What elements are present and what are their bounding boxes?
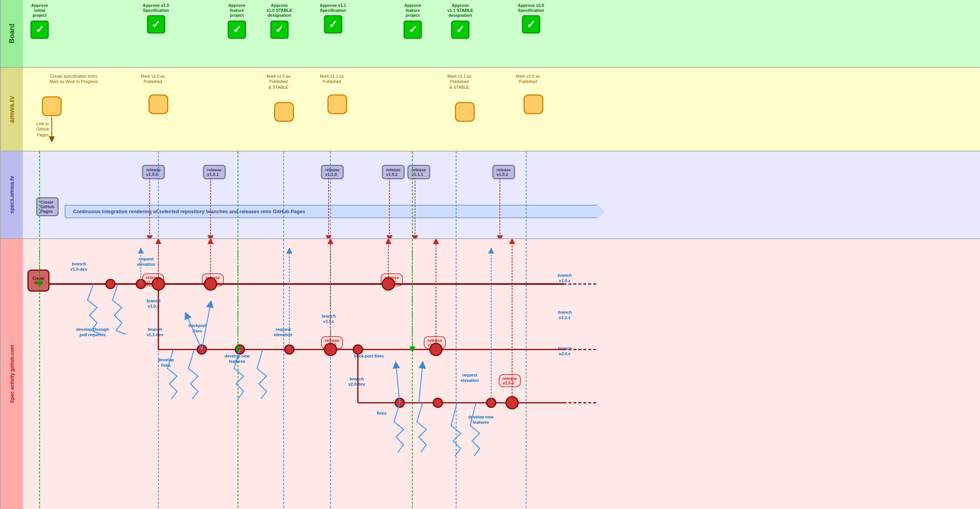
request-elevation-2: requestelevation (274, 327, 292, 338)
ci-banner-text: Continuous Integration rendering of sele… (73, 209, 305, 214)
branch-v20dev: branchv2.0-dev (348, 376, 365, 387)
develop-through-prs: develop throughpull requests (76, 327, 109, 338)
amwa-box-5 (455, 102, 475, 122)
amwa-box-3 (274, 102, 294, 122)
amwa-text-1: Create specification entryMark as Work I… (49, 73, 98, 85)
back-port-fixes: back-port fixes (354, 353, 384, 359)
sidebar-specs: specs.amwa.tv (0, 152, 23, 238)
sidebar-github: Spec activity github.com (0, 239, 23, 509)
svg-point-43 (487, 398, 496, 407)
svg-point-30 (106, 279, 115, 289)
branch-v10dev: branchv1.0-dev (70, 261, 87, 272)
checkbox-6: ✓ (404, 21, 422, 39)
amwa-box-4 (327, 94, 347, 114)
gh-release-200: releasev2.0.0 (499, 374, 521, 387)
amwa-text-link: Link toGitHubPages (36, 121, 49, 137)
sidebar-amwa: amwa.tv (0, 68, 23, 151)
gh-release-111: releasev1.1.1 (424, 336, 446, 349)
develop-new-features-2: develop newfeatures (468, 414, 493, 425)
board-item-1: Approveinitialproject ✓ (30, 3, 49, 39)
specs-release-5: releasev1.1.1 (407, 165, 430, 179)
board-label-6: Approvefeatureproject (404, 3, 421, 18)
board-label-7: Approvev1.1 STABLEdesignation (447, 3, 473, 18)
specs-release-1: releasev1.0.0 (142, 165, 165, 179)
row-board: Board Approveinitialproject ✓ Approve v1… (0, 0, 980, 68)
svg-point-41 (395, 398, 404, 407)
branch-v10x: branchv1.0.x (147, 298, 161, 309)
create-repo-box: Createrepo (27, 270, 49, 292)
amwa-text-6: Mark v2.0 asPublished (516, 73, 540, 85)
svg-point-44 (506, 397, 518, 409)
fixes: fixes (377, 410, 386, 416)
checkbox-2: ✓ (147, 15, 165, 34)
branch-end-v11x: branchv1.1.x (558, 310, 572, 321)
specs-release-4: releasev1.0.2 (382, 165, 405, 179)
amwa-text-2: Mark v1.0 asPublished (141, 73, 165, 85)
gh-release-102: releasev1.0.2 (381, 273, 403, 286)
branch-v11dev: branchv1.1-dev (147, 327, 163, 338)
request-elevation-3: requestelevation (461, 372, 479, 383)
amwa-box-1 (42, 96, 62, 116)
checkbox-7: ✓ (451, 21, 469, 39)
svg-point-42 (433, 398, 442, 407)
board-label-2: Approve v1.0Specification (143, 3, 169, 13)
amwa-text-3: Mark v1.0 asPublished& STABLE (267, 73, 290, 90)
checkbox-5: ✓ (324, 15, 342, 34)
checkbox-3: ✓ (228, 21, 246, 39)
amwa-text-5: Mark v1.1 asPublished& STABLE (447, 73, 471, 90)
checkbox-8: ✓ (522, 15, 540, 34)
checkbox-4: ✓ (270, 21, 289, 39)
branch-end-v10x: branchv1.0.x (558, 273, 572, 284)
svg-line-48 (419, 365, 423, 403)
board-item-6: Approvefeatureproject ✓ (404, 3, 422, 39)
board-label-5: Approve v1.1Specification (320, 3, 346, 13)
gh-release-101: releasev1.0.1 (202, 273, 224, 286)
backport-fixes: backportfixes (188, 323, 206, 334)
specs-release-2: releasev1.0.1 (203, 165, 226, 179)
board-label-1: Approveinitialproject (31, 3, 48, 18)
svg-point-39 (353, 345, 362, 354)
specs-release-6: releasev1.0.2 (492, 165, 515, 179)
branch-v11x: branchv1.l.x (322, 313, 336, 324)
board-item-3: Approvefeatureproject ✓ (228, 3, 246, 39)
gh-release-110: releasev1.1.0 (321, 336, 343, 349)
board-item-8: Approve v2.0Specification ✓ (518, 3, 544, 34)
develop-new-features: develop newfeatures (225, 353, 250, 364)
board-item-5: Approve v1.1Specification ✓ (320, 3, 346, 34)
board-item-4: Approvev1.0 STABLEdesignation ✓ (267, 3, 292, 39)
branch-end-v20x: branchv2.0.x (558, 346, 572, 357)
row-amwa: amwa.tv Create specification entryMark a… (0, 68, 980, 152)
gh-release-100: releasev1.0.0 (142, 273, 164, 286)
row-github: Spec activity github.com Createrepo bran… (0, 239, 980, 509)
request-elevation-1: requestelevation (137, 256, 155, 267)
svg-line-47 (396, 365, 400, 403)
sidebar-board: Board (0, 0, 23, 67)
specs-release-3: releasev1.1.0 (321, 165, 344, 179)
specs-github-pages: CreateGitHubPages (36, 197, 59, 216)
diagram-container: Board Approveinitialproject ✓ Approve v1… (0, 0, 980, 509)
amwa-text-4: Mark v1.1 asPublished (320, 73, 344, 85)
amwa-box-6 (524, 94, 543, 114)
checkbox-1: ✓ (30, 21, 49, 39)
amwa-box-2 (148, 94, 168, 114)
svg-point-35 (197, 345, 206, 354)
board-label-3: Approvefeatureproject (228, 3, 246, 18)
svg-point-36 (235, 345, 244, 354)
develop-fixes: developfixes (158, 357, 174, 368)
board-item-7: Approvev1.1 STABLEdesignation ✓ (447, 3, 473, 39)
board-label-8: Approve v2.0Specification (518, 3, 544, 13)
ci-banner: Continuous Integration rendering of sele… (65, 205, 598, 218)
board-label-4: Approvev1.0 STABLEdesignation (267, 3, 292, 18)
row-specs: specs.amwa.tv CreateGitHubPages releasev… (0, 152, 980, 239)
board-item-2: Approve v1.0Specification ✓ (143, 3, 169, 34)
svg-point-37 (285, 345, 294, 354)
